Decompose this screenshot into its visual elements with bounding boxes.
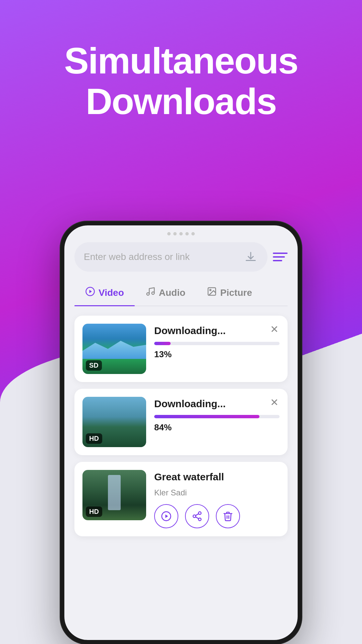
card-info-3: Great waterfall Kler Sadi (154, 470, 280, 528)
card-info-1: Downloading... 13% (154, 324, 280, 360)
close-button-2[interactable]: ✕ (267, 395, 281, 409)
url-placeholder: Enter web address or link (84, 252, 190, 262)
notch-dot (185, 232, 189, 235)
card-title-1: Downloading... (154, 325, 280, 336)
progress-bar-bg-2 (154, 415, 280, 418)
card-title-2: Downloading... (154, 398, 280, 410)
hero-title: Simultaneous Downloads (27, 40, 335, 121)
action-buttons-3 (154, 504, 280, 528)
notch-dot (173, 232, 177, 235)
notch-dot (191, 232, 195, 235)
tab-video-label: Video (99, 287, 124, 298)
phone-mockup: Enter web address or link (60, 221, 302, 644)
progress-bar-bg-1 (154, 342, 280, 345)
tab-picture[interactable]: Picture (196, 281, 263, 306)
progress-percent-2: 84% (154, 422, 280, 433)
delete-button[interactable] (216, 504, 240, 528)
quality-badge-1: SD (86, 360, 102, 371)
progress-percent-1: 13% (154, 349, 280, 360)
menu-line (273, 253, 288, 254)
svg-marker-1 (89, 290, 92, 293)
video-icon (85, 286, 95, 299)
svg-line-11 (195, 517, 198, 519)
download-icon-button[interactable] (243, 250, 258, 264)
card-info-2: Downloading... 84% (154, 397, 280, 433)
notch-dot (179, 232, 183, 235)
play-button[interactable] (154, 504, 178, 528)
progress-bar-fill-2 (154, 415, 259, 418)
download-item-2: HD Downloading... 84% ✕ (74, 389, 288, 455)
svg-point-3 (152, 292, 154, 294)
share-button[interactable] (185, 504, 209, 528)
tab-audio-label: Audio (159, 287, 185, 298)
notch-dot (167, 232, 171, 235)
menu-line (273, 260, 282, 261)
quality-badge-2: HD (86, 433, 102, 444)
phone-frame: Enter web address or link (60, 221, 302, 644)
close-button-1[interactable]: ✕ (267, 322, 281, 336)
svg-line-12 (195, 514, 198, 516)
card-title-3: Great waterfall (154, 471, 280, 483)
menu-button[interactable] (273, 253, 288, 261)
svg-point-2 (146, 293, 149, 296)
tabs-row: Video Audio (74, 281, 288, 306)
tab-picture-label: Picture (220, 287, 252, 298)
url-input-container[interactable]: Enter web address or link (74, 242, 267, 272)
hero-section: Simultaneous Downloads (0, 0, 362, 142)
svg-marker-7 (165, 515, 168, 518)
menu-line (273, 256, 285, 258)
url-bar-row: Enter web address or link (74, 242, 288, 272)
download-item-3: HD Great waterfall Kler Sadi (74, 462, 288, 536)
card-subtitle-3: Kler Sadi (154, 488, 280, 497)
svg-point-5 (210, 289, 211, 291)
phone-screen: Enter web address or link (64, 225, 298, 640)
thumbnail-2: HD (82, 397, 146, 447)
tab-video[interactable]: Video (74, 281, 135, 306)
audio-icon (145, 286, 156, 299)
tab-audio[interactable]: Audio (135, 281, 196, 306)
download-item-1: SD Downloading... 13% ✕ (74, 316, 288, 382)
thumbnail-1: SD (82, 324, 146, 374)
quality-badge-3: HD (86, 506, 102, 517)
thumbnail-3: HD (82, 470, 146, 520)
notch (64, 225, 298, 239)
picture-icon (207, 286, 217, 299)
progress-bar-fill-1 (154, 342, 171, 345)
